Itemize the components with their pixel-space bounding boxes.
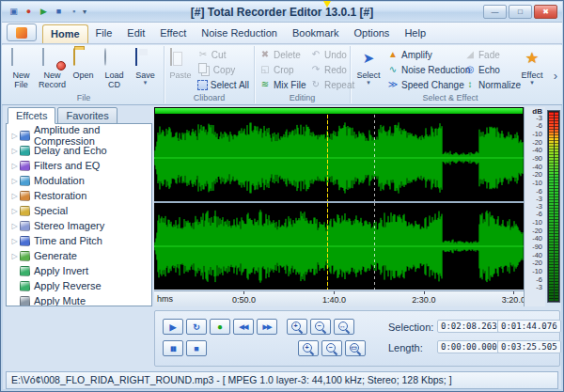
ribbon: New File New Record Open Load CD Save (2, 45, 562, 105)
minimize-button[interactable]: — (483, 5, 507, 19)
stop-icon[interactable]: ■ (52, 5, 66, 19)
new-record-button[interactable]: New Record (37, 47, 68, 91)
titlebar: ▣●▶■▪ ▾ [#] Total Recorder Editor 13.0.1… (2, 2, 562, 23)
position-marker-icon[interactable] (323, 1, 331, 8)
save-button[interactable]: Save ▾ (130, 47, 161, 91)
tab-home[interactable]: Home (42, 24, 88, 43)
playback-cursor[interactable] (327, 115, 328, 201)
save-dropdown-icon[interactable]: ▾ (144, 80, 148, 86)
select-all-button[interactable]: Select All (195, 77, 252, 92)
tab-file[interactable]: File (88, 24, 120, 43)
expand-arrow-icon[interactable]: ▷ (9, 177, 20, 185)
fast-forward-button[interactable]: ▶▶ (257, 319, 277, 335)
zoom-out-button[interactable]: − (310, 319, 331, 335)
selection-edge[interactable] (374, 115, 375, 201)
open-button[interactable]: Open (68, 47, 99, 91)
amplify-button[interactable]: ▲ Amplify (384, 47, 462, 62)
expand-arrow-icon[interactable]: ▷ (9, 252, 20, 260)
playback-cursor[interactable] (327, 203, 328, 290)
tree-item-amplitude-and-compression[interactable]: ▷Amplitude and Compression (7, 128, 151, 143)
tab-edit[interactable]: Edit (119, 24, 152, 43)
paste-button[interactable]: Paste (166, 47, 195, 91)
tab-noise-reduction[interactable]: Noise Reduction (194, 24, 285, 43)
fade-button[interactable]: ◢ Fade (462, 47, 516, 62)
tree-item-filters-and-eq[interactable]: ▷Filters and EQ (7, 158, 151, 173)
expand-arrow-icon[interactable]: ▷ (9, 162, 20, 170)
tree-item-stereo-imagery[interactable]: ▷Stereo Imagery (7, 218, 151, 233)
close-button[interactable]: ✖ (534, 5, 557, 19)
noise-reduction-button[interactable]: ∿ Noise Reduction (384, 62, 462, 77)
tab-favorites[interactable]: Favorites (57, 107, 117, 124)
rewind-button[interactable]: ◀◀ (233, 319, 254, 335)
echo-button[interactable]: ◎ Echo (462, 62, 516, 77)
expand-arrow-icon[interactable]: ▷ (9, 222, 20, 230)
db-tick-label: -40 (532, 234, 542, 243)
timeline-ruler[interactable]: hms 0:50.01:40.02:30.03:20.0 (154, 290, 524, 306)
play-button[interactable]: ▶ (163, 319, 183, 335)
stop-button[interactable]: ■ (186, 340, 207, 356)
app-icon[interactable]: ▣ (7, 5, 21, 19)
tab-effects[interactable]: Effcets (8, 107, 55, 124)
select-dropdown-icon[interactable]: ▾ (367, 80, 370, 86)
tree-item-apply-reverse[interactable]: Apply Reverse (7, 278, 151, 293)
play-icon: ▶ (170, 322, 177, 332)
record-icon[interactable]: ● (22, 5, 36, 19)
loop-icon: ↻ (193, 322, 200, 332)
tree-item-label: Stereo Imagery (34, 220, 104, 231)
expand-arrow-icon[interactable]: ▷ (9, 132, 20, 140)
tree-item-time-and-pitch[interactable]: ▷Time and Pitch (7, 233, 151, 248)
overview-bar[interactable] (154, 107, 524, 115)
normalize-button[interactable]: ↕ Normalize (462, 77, 516, 92)
maximize-button[interactable]: □ (509, 5, 532, 19)
pause-button[interactable]: ▮▮ (163, 340, 183, 356)
tree-item-apply-invert[interactable]: Apply Invert (7, 263, 151, 278)
zoom-vertical-in-button[interactable]: + (298, 340, 319, 356)
new-file-button[interactable]: New File (6, 47, 37, 91)
db-tick-label: -10 (532, 218, 542, 227)
zoom-vertical-in-icon: + (303, 343, 314, 354)
repeat-button[interactable]: ↻ Repeat (307, 77, 357, 92)
undo-button[interactable]: ↶ Undo (307, 47, 357, 62)
status-file-info: E:\Vó¢\008_FLO_RIDA_RIGHT_ROUND.mp3 - [ … (11, 374, 452, 385)
effect-dropdown-icon[interactable]: ▾ (530, 80, 534, 86)
mix-file-button[interactable]: ≋ Mix File (257, 77, 307, 92)
expand-arrow-icon[interactable]: ▷ (9, 192, 20, 200)
tab-bookmark[interactable]: Bookmark (285, 24, 347, 43)
zoom-all-button[interactable]: ▭ (345, 340, 366, 356)
copy-button[interactable]: Copy (195, 62, 252, 77)
waveform-right-svg (154, 203, 524, 290)
speed-change-button[interactable]: ≫ Speed Change (384, 77, 462, 92)
app-menu-button[interactable] (7, 24, 37, 41)
expand-arrow-icon[interactable]: ▷ (9, 207, 20, 215)
play-icon[interactable]: ▶ (37, 5, 51, 19)
cut-button[interactable]: ✂ Cut (195, 47, 252, 62)
tab-effect[interactable]: Effect (152, 24, 194, 43)
expand-arrow-icon[interactable]: ▷ (9, 147, 20, 155)
tree-item-modulation[interactable]: ▷Modulation (7, 173, 151, 188)
tab-help[interactable]: Help (397, 24, 433, 43)
tree-item-generate[interactable]: ▷Generate (7, 248, 151, 263)
redo-button[interactable]: ↷ Redo (307, 62, 357, 77)
tab-options[interactable]: Options (346, 24, 397, 43)
waveform-channel-right[interactable] (154, 203, 524, 290)
waveform-channel-left[interactable] (154, 115, 524, 201)
effect-button[interactable]: ★ Effect ▾ (516, 47, 548, 91)
delete-button[interactable]: ✖ Delete (257, 47, 307, 62)
expand-arrow-icon[interactable]: ▷ (9, 237, 20, 245)
tree-item-apply-mute[interactable]: Apply Mute (7, 293, 151, 306)
zoom-vertical-out-button[interactable]: − (321, 340, 342, 356)
ribbon-scroll-right-icon[interactable]: › (550, 46, 561, 104)
tree-item-restoration[interactable]: ▷Restoration (7, 188, 151, 203)
tree-item-special[interactable]: ▷Special (7, 203, 151, 218)
ruler-tick (424, 291, 425, 294)
record-button[interactable]: ● (210, 319, 230, 335)
selection-edge[interactable] (374, 203, 375, 290)
save-icon[interactable]: ▪ (67, 5, 81, 19)
zoom-selection-button[interactable]: ↔ (334, 319, 354, 335)
load-cd-button[interactable]: Load CD (99, 47, 130, 91)
delay-echo-icon (20, 146, 30, 156)
loop-button[interactable]: ↻ (186, 319, 207, 335)
zoom-in-button[interactable]: + (287, 319, 307, 335)
crop-button[interactable]: ◱ Crop (257, 62, 307, 77)
transport-panel: ▶ ↻ ● ◀◀ ▶▶ ▮▮ ■ + − ↔ + − ▭ Selection: … (154, 310, 560, 367)
